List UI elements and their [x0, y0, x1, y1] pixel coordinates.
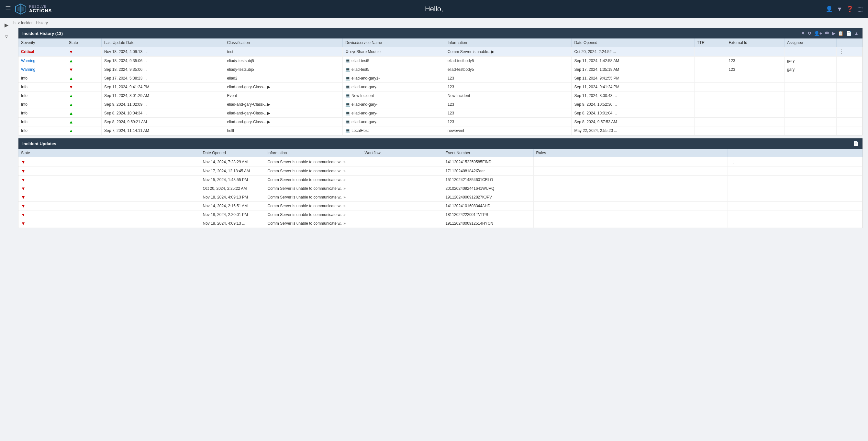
incident-updates-row[interactable]: ▼ Nov 18, 2024, 4:09:13 PM Comm Server i… [19, 193, 863, 202]
incident-updates-row[interactable]: ▼ Nov 14, 2024, 7:23:29 AM Comm Server i… [19, 157, 863, 167]
updates-information-cell: Comm Server is unable to communicate w..… [265, 167, 362, 176]
date-opened-cell: Sep 8, 2024, 10:01:04 ... [571, 109, 694, 118]
row-more-options[interactable]: ⋮ [836, 47, 862, 57]
sidebar-nav-icon[interactable]: ▶ [3, 21, 10, 29]
classification-cell: eliady-testsubj5 [224, 57, 343, 65]
incident-history-row[interactable]: Critical ▼ Nov 18, 2024, 4:09:13 ... tes… [19, 47, 863, 57]
play-icon[interactable]: ▶ [832, 31, 835, 36]
state-arrow-down: ▼ [21, 195, 26, 200]
external-link-icon[interactable]: ⬚ [857, 5, 863, 12]
incident-updates-row[interactable]: ▼ Nov 18, 2024, 2:20:01 PM Comm Server i… [19, 210, 863, 219]
row-more-options [836, 74, 862, 83]
information-cell: newevent [445, 127, 571, 135]
external-id-cell [726, 92, 784, 100]
incident-updates-row[interactable]: ▼ Nov 17, 2024, 12:18:45 AM Comm Server … [19, 167, 863, 176]
sidebar-filter-icon[interactable]: ▿ [4, 32, 9, 41]
export-updates-icon[interactable]: 📄 [853, 141, 859, 146]
severity-cell: Warning [19, 57, 66, 65]
assignee-cell: gary [784, 57, 836, 65]
updates-col-rules: Rules [533, 149, 728, 157]
refresh-icon[interactable]: ↻ [807, 31, 811, 36]
state-cell: ▲ [66, 109, 101, 118]
incident-history-row[interactable]: Info ▲ Sep 8, 2024, 10:04:34 ... eliad-a… [19, 109, 863, 118]
last-update-cell: Sep 9, 2024, 11:02:09 ... [102, 100, 224, 109]
device-cell: 💻New Incident [342, 92, 445, 100]
state-cell: ▼ [66, 65, 101, 74]
row-more-options[interactable]: ⋮ [728, 157, 863, 167]
updates-information-cell: Comm Server is unable to communicate w..… [265, 184, 362, 193]
add-user-icon[interactable]: 👤+ [814, 31, 822, 36]
collapse-icon[interactable]: ▲ [854, 31, 859, 36]
incident-updates-row[interactable]: ▼ Nov 15, 2024, 1:48:55 PM Comm Server i… [19, 176, 863, 184]
updates-col-date-opened: Date Opened [200, 149, 265, 157]
external-id-cell [726, 109, 784, 118]
last-update-cell: Sep 11, 2024, 9:41:24 PM [102, 83, 224, 92]
device-cell: 💻eliad-test5 [342, 65, 445, 74]
row-more-options [836, 100, 862, 109]
last-update-cell: Sep 18, 2024, 9:35:06 ... [102, 65, 224, 74]
close-icon[interactable]: ✕ [801, 31, 805, 36]
severity-label: Warning [21, 67, 35, 72]
severity-label: Info [21, 120, 28, 124]
severity-label: Critical [21, 49, 34, 54]
incident-history-row[interactable]: Info ▲ Sep 8, 2024, 9:59:21 AM eliad-and… [19, 118, 863, 127]
device-icon: 💻 [345, 76, 350, 80]
classification-cell: eliad-and-gary-Class-...▶ [224, 83, 343, 92]
device-cell: 💻eliad-and-gary- [342, 118, 445, 127]
classification-cell: Event [224, 92, 343, 100]
device-icon: ⚙ [345, 49, 349, 54]
logo: RESOLVE ACTIONS [15, 3, 52, 15]
last-update-cell: Sep 8, 2024, 9:59:21 AM [102, 118, 224, 127]
date-opened-cell: Sep 11, 2024, 8:00:43 ... [571, 92, 694, 100]
row-more-options [836, 57, 862, 65]
state-arrow-down: ▼ [69, 49, 73, 54]
device-cell: ⚙eyeShare Module [342, 47, 445, 57]
updates-workflow-cell [362, 176, 443, 184]
assignee-cell [784, 92, 836, 100]
updates-workflow-cell [362, 219, 443, 228]
incident-updates-row[interactable]: ▼ Nov 14, 2024, 2:16:51 AM Comm Server i… [19, 202, 863, 210]
updates-state-cell: ▼ [19, 219, 200, 228]
chevron-down-icon[interactable]: ▼ [837, 6, 842, 12]
incident-updates-row[interactable]: ▼ Nov 18, 2024, 4:09:13 ... Comm Server … [19, 219, 863, 228]
incident-history-table: Severity State Last Update Date Classifi… [19, 38, 863, 135]
incident-history-row[interactable]: Info ▲ Sep 7, 2024, 11:14:11 AM helll 💻L… [19, 127, 863, 135]
incident-updates-row[interactable]: ▼ Oct 20, 2024, 2:25:22 AM Comm Server i… [19, 184, 863, 193]
help-icon[interactable]: ❓ [846, 5, 854, 12]
state-cell: ▲ [66, 92, 101, 100]
copy-icon[interactable]: 📋 [838, 31, 843, 36]
updates-col-workflow: Workflow [362, 149, 443, 157]
updates-col-actions [728, 149, 863, 157]
incident-history-row[interactable]: Info ▲ Sep 17, 2024, 5:38:23 ... eliad2 … [19, 74, 863, 83]
severity-label: Info [21, 111, 28, 115]
state-arrow-down: ▼ [21, 186, 26, 191]
incident-updates-header-row: State Date Opened Information Workflow E… [19, 149, 863, 157]
user-icon[interactable]: 👤 [826, 5, 833, 12]
incident-history-row[interactable]: Info ▲ Sep 9, 2024, 11:02:09 ... eliad-a… [19, 100, 863, 109]
export-icon[interactable]: 📄 [846, 31, 851, 36]
col-external-id: External Id [726, 38, 784, 47]
severity-cell: Info [19, 109, 66, 118]
updates-date-opened-cell: Oct 20, 2024, 2:25:22 AM [200, 184, 265, 193]
classification-cell: eliad-and-gary-Class-...▶ [224, 100, 343, 109]
updates-event-number-cell: 19112024000912514HYCN [443, 219, 533, 228]
state-cell: ▼ [66, 47, 101, 57]
information-cell: 123 [445, 118, 571, 127]
date-opened-cell: Sep 11, 2024, 1:42:58 AM [571, 57, 694, 65]
incident-history-row[interactable]: Warning ▲ Sep 18, 2024, 9:35:06 ... elia… [19, 57, 863, 65]
view-icon[interactable]: 👁 [825, 31, 829, 36]
incident-history-row[interactable]: Warning ▼ Sep 18, 2024, 9:35:06 ... elia… [19, 65, 863, 74]
incident-history-row[interactable]: Info ▼ Sep 11, 2024, 9:41:24 PM eliad-an… [19, 83, 863, 92]
last-update-cell: Sep 18, 2024, 9:35:06 ... [102, 57, 224, 65]
row-more-options [836, 65, 862, 74]
information-cell: 123 [445, 83, 571, 92]
updates-state-cell: ▼ [19, 193, 200, 202]
updates-workflow-cell [362, 210, 443, 219]
external-id-cell [726, 74, 784, 83]
incident-history-table-container: Severity State Last Update Date Classifi… [19, 38, 863, 135]
updates-event-number-cell: 20102024092441641WUVQ [443, 184, 533, 193]
information-cell: New Incident [445, 92, 571, 100]
row-more-options [728, 210, 863, 219]
menu-icon[interactable]: ☰ [5, 5, 11, 13]
incident-history-row[interactable]: Info ▲ Sep 11, 2024, 8:01:29 AM Event 💻N… [19, 92, 863, 100]
